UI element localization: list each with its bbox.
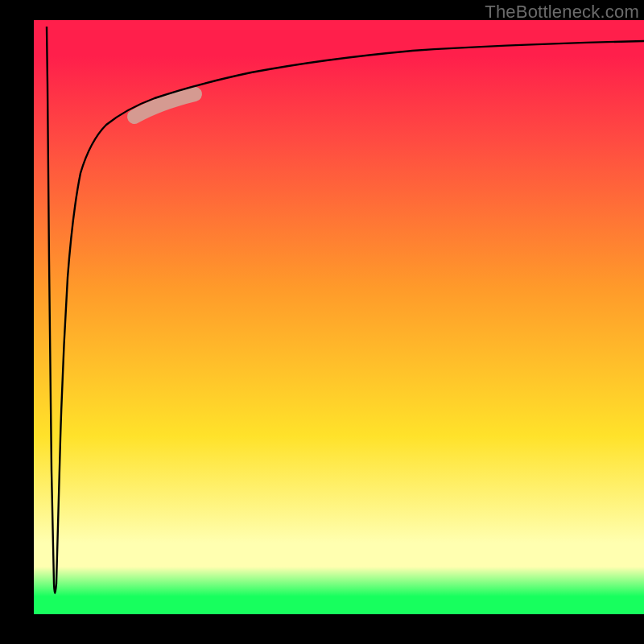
curve-highlight: [134, 94, 195, 117]
chart-frame: TheBottleneck.com: [0, 0, 644, 644]
curve-layer: [34, 20, 644, 614]
watermark-text: TheBottleneck.com: [485, 2, 639, 23]
plot-area: [34, 20, 644, 614]
